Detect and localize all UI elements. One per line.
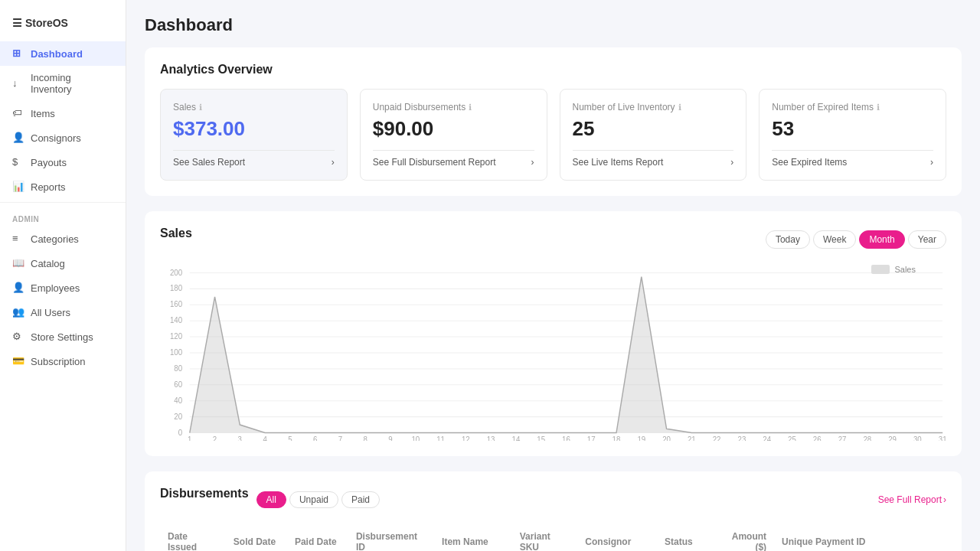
expired-items-value: 53 [772, 117, 933, 141]
chart-container: Sales 200 [160, 265, 946, 441]
col-sold-date: Sold Date [226, 525, 287, 551]
sidebar-item-consignors[interactable]: 👤 Consignors [0, 126, 126, 150]
svg-text:7: 7 [338, 435, 343, 441]
expired-items-card: Number of Expired Items ℹ 53 See Expired… [759, 89, 946, 181]
disbursements-filter-buttons: All Unpaid Paid [256, 491, 380, 508]
page-title: Dashboard [145, 15, 962, 35]
svg-text:10: 10 [411, 435, 420, 441]
col-variant-sku: Variant SKU [512, 525, 578, 551]
chevron-right-icon: › [332, 157, 335, 168]
svg-text:25: 25 [788, 435, 796, 441]
sidebar-item-payouts[interactable]: $ Payouts [0, 150, 126, 174]
sidebar: ☰ StoreOS ⊞ Dashboard ↓ Incoming Invento… [0, 0, 126, 551]
disbursements-section: Disbursements All Unpaid Paid See Full R… [145, 471, 962, 551]
dollar-icon: $ [12, 156, 24, 168]
sales-chart-section: Sales Today Week Month Year Sales [145, 211, 962, 456]
col-amount: Amount ($) [714, 525, 775, 551]
year-button[interactable]: Year [908, 230, 946, 249]
col-status: Status [657, 525, 714, 551]
svg-text:11: 11 [436, 435, 445, 441]
expired-info-icon[interactable]: ℹ [877, 103, 880, 112]
disbursements-title-row: Disbursements All Unpaid Paid [160, 487, 380, 513]
col-item-name: Item Name [434, 525, 512, 551]
sales-label: Sales ℹ [173, 102, 335, 112]
sales-chart-header: Sales Today Week Month Year [160, 227, 946, 253]
chevron-right-icon-5: › [943, 494, 946, 505]
disbursements-header: Disbursements All Unpaid Paid See Full R… [160, 487, 946, 513]
list-icon: ≡ [12, 233, 24, 245]
sidebar-item-subscription[interactable]: 💳 Subscription [0, 349, 126, 373]
svg-text:140: 140 [170, 316, 183, 324]
svg-text:9: 9 [388, 435, 393, 441]
svg-text:1: 1 [188, 435, 192, 441]
analytics-cards-row: Sales ℹ $373.00 See Sales Report › Unpai… [160, 89, 946, 181]
col-consignor: Consignor [577, 525, 657, 551]
svg-text:180: 180 [170, 284, 183, 292]
legend-box [871, 265, 890, 274]
live-items-link[interactable]: See Live Items Report › [573, 150, 734, 168]
sidebar-item-all-users[interactable]: 👥 All Users [0, 300, 126, 324]
col-paid-date: Paid Date [287, 525, 348, 551]
sales-chart-svg: 200 180 160 140 120 100 80 60 40 20 0 12… [160, 265, 946, 441]
svg-text:120: 120 [170, 332, 183, 341]
table-header-row: Date Issued Sold Date Paid Date Disburse… [160, 525, 946, 551]
group-icon: 👥 [12, 306, 24, 318]
disbursement-report-link[interactable]: See Full Disbursement Report › [373, 150, 534, 168]
svg-text:5: 5 [288, 435, 292, 441]
live-inventory-label: Number of Live Inventory ℹ [573, 102, 734, 112]
svg-text:29: 29 [888, 435, 897, 441]
svg-text:15: 15 [537, 435, 545, 441]
month-button[interactable]: Month [859, 230, 904, 249]
main-content: Dashboard Analytics Overview Sales ℹ $37… [126, 0, 980, 551]
svg-text:12: 12 [462, 435, 470, 441]
svg-text:26: 26 [813, 435, 822, 441]
svg-text:23: 23 [738, 435, 746, 441]
live-inventory-info-icon[interactable]: ℹ [678, 103, 681, 112]
svg-text:16: 16 [562, 435, 570, 441]
sales-value: $373.00 [173, 117, 335, 141]
full-report-link[interactable]: See Full Report › [878, 494, 946, 505]
svg-text:19: 19 [637, 435, 645, 441]
svg-text:17: 17 [587, 435, 596, 441]
sales-info-icon[interactable]: ℹ [199, 103, 202, 112]
sales-report-link[interactable]: See Sales Report › [173, 150, 335, 168]
sidebar-item-categories[interactable]: ≡ Categories [0, 227, 126, 251]
svg-text:21: 21 [688, 435, 696, 441]
time-filter-buttons: Today Week Month Year [766, 230, 946, 249]
sidebar-item-dashboard[interactable]: ⊞ Dashboard [0, 41, 126, 66]
users-icon: 👤 [12, 132, 24, 144]
sidebar-item-employees[interactable]: 👤 Employees [0, 276, 126, 300]
sidebar-item-store-settings[interactable]: ⚙ Store Settings [0, 324, 126, 349]
today-button[interactable]: Today [766, 230, 810, 249]
sidebar-logo: ☰ StoreOS [0, 8, 126, 41]
filter-paid-button[interactable]: Paid [341, 491, 380, 508]
filter-all-button[interactable]: All [256, 491, 286, 508]
unpaid-info-icon[interactable]: ℹ [469, 103, 472, 112]
svg-text:8: 8 [364, 435, 368, 441]
chart-legend: Sales [871, 265, 916, 274]
analytics-section: Analytics Overview Sales ℹ $373.00 See S… [145, 47, 962, 196]
live-inventory-card: Number of Live Inventory ℹ 25 See Live I… [560, 89, 747, 181]
svg-text:14: 14 [512, 435, 521, 441]
inbox-icon: ↓ [12, 77, 24, 90]
unpaid-label: Unpaid Disbursements ℹ [373, 102, 534, 112]
svg-text:4: 4 [263, 435, 267, 441]
svg-text:160: 160 [170, 300, 183, 308]
col-date-issued: Date Issued [160, 525, 226, 551]
expired-items-link[interactable]: See Expired Items › [772, 150, 933, 168]
tag-icon: 🏷 [12, 107, 24, 119]
svg-text:80: 80 [174, 364, 182, 373]
unpaid-disbursements-card: Unpaid Disbursements ℹ $90.00 See Full D… [360, 89, 547, 181]
svg-text:22: 22 [713, 435, 721, 441]
sidebar-item-items[interactable]: 🏷 Items [0, 101, 126, 126]
svg-text:2: 2 [213, 435, 217, 441]
live-inventory-value: 25 [573, 117, 734, 141]
week-button[interactable]: Week [813, 230, 856, 249]
sidebar-item-incoming-inventory[interactable]: ↓ Incoming Inventory [0, 66, 126, 101]
filter-unpaid-button[interactable]: Unpaid [289, 491, 338, 508]
sales-chart-title: Sales [160, 227, 192, 240]
sidebar-item-reports[interactable]: 📊 Reports [0, 174, 126, 199]
svg-text:200: 200 [170, 268, 183, 276]
sidebar-item-catalog[interactable]: 📖 Catalog [0, 251, 126, 276]
svg-text:60: 60 [174, 380, 182, 389]
